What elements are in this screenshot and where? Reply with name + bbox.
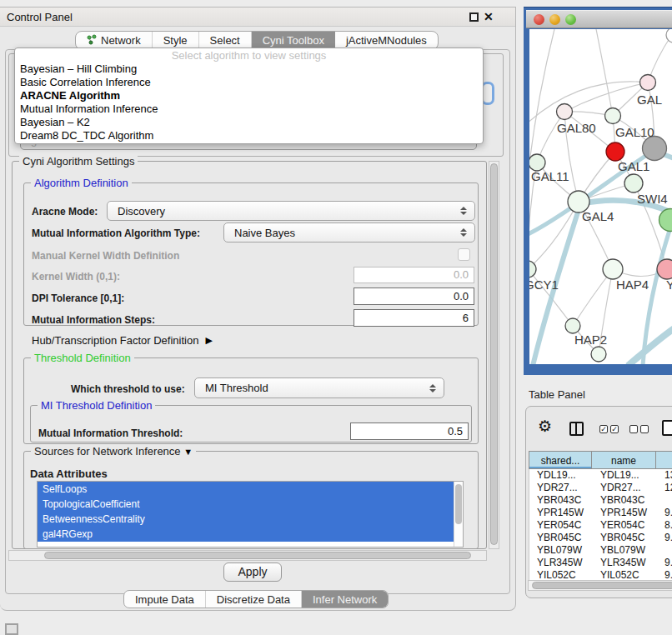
mi-threshold-label: Mutual Information Threshold: — [38, 428, 183, 439]
mi-steps-field[interactable]: 6 — [354, 309, 474, 327]
table-panel: ⚙ ✓ ✓ shared... name A YDL19...YDL19...1… — [525, 406, 672, 598]
column-header-partial[interactable]: A — [656, 451, 672, 469]
sources-expander[interactable]: Sources for Network Inference ▼ — [31, 445, 196, 458]
network-canvas[interactable]: GAL GAL80 GAL10 GAL1 GAL11 SWI4 GAL4 GCY… — [529, 29, 672, 364]
list-scrollbar[interactable] — [454, 482, 463, 547]
tab-jactivemnodules[interactable]: jActiveMNodules — [335, 32, 438, 49]
column-layout-icon[interactable] — [569, 422, 584, 436]
dpi-tolerance-field[interactable]: 0.0 — [354, 288, 474, 305]
select-all-columns-icon[interactable]: ✓ ✓ — [599, 425, 619, 433]
combo-spinner-icon — [460, 228, 467, 237]
gear-icon[interactable]: ⚙ — [538, 417, 552, 436]
settings-vertical-scrollbar[interactable] — [489, 161, 499, 549]
node-label: GAL4 — [582, 209, 614, 223]
node-gray-hub[interactable] — [643, 137, 667, 161]
list-item-betweennesscentrality[interactable]: BetweennessCentrality — [38, 512, 454, 527]
node-pink-y[interactable] — [657, 259, 672, 279]
node-gal-pink[interactable] — [640, 75, 656, 91]
unchecked-box-icon — [629, 425, 638, 433]
node-unlabeled-bottom[interactable] — [591, 347, 606, 362]
algo-option-mutual-information[interactable]: Mutual Information Inference — [15, 102, 483, 116]
settings-horizontal-scrollbar[interactable] — [8, 550, 487, 561]
panel-title: Control Panel — [7, 11, 73, 23]
scrollbar-thumb[interactable] — [455, 484, 462, 524]
node-unlabeled[interactable] — [666, 29, 672, 42]
node-gal1-selected[interactable] — [606, 142, 624, 161]
node-label: GAL — [637, 92, 662, 107]
apply-button[interactable]: Apply — [223, 562, 282, 582]
table-row[interactable]: YBR043CYBR043C — [529, 494, 672, 507]
table-row[interactable]: YDL19...YDL19...13 — [529, 469, 672, 482]
node-gcy1[interactable] — [529, 261, 536, 278]
network-view-window: GAL GAL80 GAL10 GAL1 GAL11 SWI4 GAL4 GCY… — [524, 7, 672, 375]
kernel-width-field[interactable]: 0.0 — [354, 267, 474, 283]
tab-network[interactable]: Network — [76, 32, 153, 49]
table-row[interactable]: YPR145WYPR145W9. — [529, 507, 672, 519]
network-icon — [87, 34, 97, 48]
node-label: GAL80 — [557, 121, 596, 135]
table-row[interactable]: YBR045CYBR045C9. — [529, 532, 672, 544]
tab-impute-data[interactable]: Impute Data — [124, 591, 206, 608]
hub-definition-expander[interactable]: Hub/Transcription Factor Definition ▶ — [32, 334, 213, 347]
tab-infer-network[interactable]: Infer Network — [302, 591, 388, 608]
node-gal80[interactable] — [557, 104, 573, 120]
scrollbar-thumb[interactable] — [44, 552, 471, 559]
table-row[interactable]: YDR27...YDR27...12 — [529, 482, 672, 494]
node-gal10[interactable] — [605, 108, 621, 124]
column-header-shared-name[interactable]: shared... — [529, 451, 592, 469]
node-gal11[interactable] — [529, 154, 545, 171]
manual-kernel-label: Manual Kernel Width Definition — [32, 250, 179, 262]
docked-panel-icon[interactable] — [5, 623, 18, 635]
scrollbar-thumb[interactable] — [490, 163, 498, 545]
checked-box-icon: ✓ — [599, 425, 608, 433]
mi-type-combobox[interactable]: Naive Bayes — [223, 222, 475, 242]
kernel-width-label: Kernel Width (0,1): — [32, 271, 120, 282]
data-attributes-list: SelfLoops TopologicalCoefficient Between… — [37, 481, 464, 548]
tab-select[interactable]: Select — [199, 32, 252, 49]
algo-option-bayesian-k2[interactable]: Bayesian – K2 — [15, 116, 483, 129]
table-row[interactable]: YLR345WYLR345W9. — [529, 557, 672, 569]
close-traffic-light-icon[interactable] — [534, 14, 544, 25]
control-panel-titlebar: Control Panel ✕ — [0, 8, 515, 27]
mi-threshold-field[interactable]: 0.5 — [350, 422, 469, 440]
unselect-all-columns-icon[interactable] — [629, 425, 649, 433]
scrollbar-thumb[interactable] — [532, 582, 672, 589]
node-hap4[interactable] — [603, 259, 623, 279]
table-row[interactable]: YER054CYER054C8. — [529, 519, 672, 532]
float-window-icon[interactable] — [469, 12, 479, 22]
algo-option-aracne[interactable]: ARACNE Algorithm — [15, 89, 483, 102]
which-threshold-combobox[interactable]: MI Threshold — [194, 378, 444, 398]
minimize-traffic-light-icon[interactable] — [549, 14, 560, 25]
checked-box-icon: ✓ — [610, 425, 619, 433]
mi-type-label: Mutual Information Algorithm Type: — [32, 228, 200, 239]
node-swi4[interactable] — [624, 174, 643, 192]
algo-option-bayesian-hill-climbing[interactable]: Bayesian – Hill Climbing — [15, 62, 483, 76]
algo-option-dream8[interactable]: Dream8 DC_TDC Algorithm — [15, 129, 483, 142]
node-hap2[interactable] — [565, 318, 580, 333]
group-title: MI Threshold Definition — [38, 399, 155, 412]
list-item-topologicalcoefficient[interactable]: TopologicalCoefficient — [38, 497, 454, 512]
close-icon[interactable]: ✕ — [484, 10, 494, 23]
tab-style[interactable]: Style — [153, 32, 199, 49]
list-item-gal4rgexp[interactable]: gal4RGexp — [38, 527, 454, 542]
aracne-mode-combobox[interactable]: Discovery — [107, 201, 475, 221]
list-item-selfloops[interactable]: SelfLoops — [38, 482, 454, 497]
table-horizontal-scrollbar[interactable] — [528, 580, 672, 591]
column-header-name[interactable]: name — [592, 451, 656, 469]
node-table: shared... name A YDL19...YDL19...13 YDR2… — [529, 451, 672, 582]
dpi-tolerance-label: DPI Tolerance [0,1]: — [32, 292, 124, 304]
node-green-hub[interactable] — [659, 209, 672, 232]
table-body: YDL19...YDL19...13 YDR27...YDR27...12 YB… — [529, 469, 672, 582]
table-row[interactable]: YBL079WYBL079W — [529, 544, 672, 557]
page-icon[interactable] — [662, 420, 672, 436]
manual-kernel-checkbox[interactable] — [458, 248, 470, 261]
network-window-titlebar — [526, 10, 672, 28]
tab-discretize-data[interactable]: Discretize Data — [206, 591, 302, 608]
aracne-mode-label: Aracne Mode: — [32, 206, 98, 218]
zoom-traffic-light-icon[interactable] — [565, 14, 576, 25]
unchecked-box-icon — [640, 425, 649, 433]
combo-spinner-icon — [460, 207, 467, 215]
tab-cyni-toolbox[interactable]: Cyni Toolbox — [252, 32, 335, 49]
algo-option-basic-correlation[interactable]: Basic Correlation Inference — [15, 76, 483, 89]
control-panel-window: Control Panel ✕ Network Style Select Cyn… — [0, 7, 516, 611]
